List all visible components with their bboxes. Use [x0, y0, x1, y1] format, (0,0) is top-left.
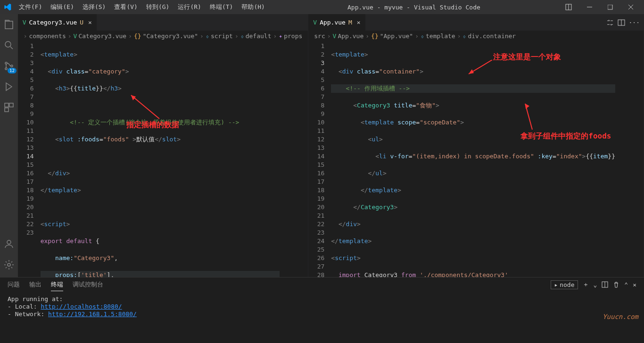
panel-tab-debug[interactable]: 调试控制台	[73, 278, 103, 291]
accounts-icon[interactable]	[2, 237, 16, 251]
svg-point-10	[11, 65, 13, 67]
menu-terminal[interactable]: 终端(T)	[206, 1, 237, 13]
more-icon[interactable]: ···	[629, 19, 640, 26]
search-icon[interactable]	[2, 39, 16, 52]
split-icon[interactable]	[618, 19, 625, 26]
source[interactable]: <template> <div class="container"> <!-- …	[331, 41, 615, 277]
tab-category3[interactable]: V Category3.vue U ×	[18, 14, 97, 31]
minimize-button[interactable]	[580, 0, 599, 14]
activity-bar: 12	[0, 14, 18, 277]
minimap-left[interactable]	[280, 41, 308, 277]
svg-rect-3	[608, 5, 612, 9]
tab-filename: Category3.vue	[29, 19, 77, 26]
vue-file-icon: V	[23, 19, 26, 26]
watermark: Yuucn.com	[603, 313, 638, 320]
maximize-button[interactable]	[601, 0, 619, 14]
source-control-icon[interactable]: 12	[2, 59, 16, 73]
svg-point-6	[5, 41, 11, 47]
trash-icon[interactable]	[613, 281, 619, 288]
close-button[interactable]	[621, 0, 640, 14]
gutter: 1234567891011121314151617181920212223	[18, 41, 41, 277]
terminal-output[interactable]: App running at: - Local: http://localhos…	[0, 292, 644, 343]
tab-filename: App.vue	[320, 19, 346, 26]
vue-file-icon: V	[313, 19, 317, 26]
menu-view[interactable]: 查看(V)	[110, 1, 141, 13]
settings-gear-icon[interactable]	[2, 258, 16, 271]
svg-rect-14	[5, 108, 8, 112]
menu-select[interactable]: 选择(S)	[79, 1, 109, 13]
extensions-icon[interactable]	[2, 101, 16, 114]
editor-left: V Category3.vue U × ›components ›V Categ…	[18, 14, 309, 277]
vscode-logo-icon	[4, 3, 11, 11]
git-status-u: U	[80, 19, 83, 26]
code-right[interactable]: 1234567891011121314151617181920212223242…	[308, 41, 644, 277]
compare-icon[interactable]	[606, 19, 614, 26]
bottom-panel: 问题 输出 终端 调试控制台 ▸node ＋ ⌄ ⌃ × App running…	[0, 277, 644, 343]
menu-help[interactable]: 帮助(H)	[238, 1, 268, 13]
svg-point-15	[7, 240, 11, 244]
explorer-icon[interactable]	[2, 18, 16, 31]
titlebar: 文件(F) 编辑(E) 选择(S) 查看(V) 转到(G) 运行(R) 终端(T…	[0, 0, 644, 14]
terminal-link-network[interactable]: http://192.168.1.5:8080/	[48, 310, 137, 318]
git-status-m: M	[348, 19, 352, 26]
terminal-link-local[interactable]: http://localhost:8080/	[41, 303, 122, 310]
editor-right: V App.vue M × ··· src ›V App.vue ›{} "Ap…	[308, 14, 644, 277]
main-menu: 文件(F) 编辑(E) 选择(S) 查看(V) 转到(G) 运行(R) 终端(T…	[15, 1, 269, 13]
svg-rect-12	[5, 103, 8, 107]
breadcrumbs-left[interactable]: ›components ›V Category3.vue ›{} "Catego…	[18, 31, 308, 41]
svg-point-8	[5, 62, 7, 64]
close-tab-icon[interactable]: ×	[357, 19, 361, 26]
split-terminal-icon[interactable]	[602, 281, 608, 288]
window-title: App.vue - myvue - Visual Studio Code	[269, 4, 559, 11]
maximize-panel-icon[interactable]: ⌃	[624, 281, 628, 288]
svg-point-9	[5, 68, 7, 70]
code-left[interactable]: 1234567891011121314151617181920212223 <t…	[18, 41, 308, 277]
panel-tab-problems[interactable]: 问题	[8, 278, 20, 291]
new-terminal-icon[interactable]: ＋	[583, 280, 589, 289]
close-tab-icon[interactable]: ×	[88, 19, 92, 26]
close-panel-icon[interactable]: ×	[633, 281, 636, 288]
scm-badge: 12	[8, 68, 17, 74]
tab-app[interactable]: V App.vue M ×	[308, 14, 365, 31]
menu-goto[interactable]: 转到(G)	[142, 1, 173, 13]
menu-edit[interactable]: 编辑(E)	[47, 1, 77, 13]
breadcrumbs-right[interactable]: src ›V App.vue ›{} "App.vue" ›⬨ template…	[308, 31, 644, 41]
svg-point-16	[8, 263, 10, 266]
chevron-down-icon[interactable]: ⌄	[594, 281, 597, 288]
panel-tab-terminal[interactable]: 终端	[51, 278, 63, 291]
source[interactable]: <template> <div class="category"> <h3>{{…	[41, 41, 280, 277]
menu-file[interactable]: 文件(F)	[15, 1, 46, 13]
bc-item: components	[29, 33, 66, 40]
tabs-right: V App.vue M × ···	[308, 14, 644, 31]
terminal-shell-select[interactable]: ▸node	[551, 280, 578, 289]
panel-tab-output[interactable]: 输出	[29, 278, 41, 291]
svg-marker-11	[6, 83, 12, 90]
svg-line-7	[10, 47, 13, 49]
svg-rect-13	[9, 103, 13, 107]
menu-run[interactable]: 运行(R)	[174, 1, 205, 13]
gutter: 1234567891011121314151617181920212223242…	[308, 41, 331, 277]
layout-icon[interactable]	[559, 0, 578, 14]
run-debug-icon[interactable]	[2, 80, 16, 93]
tabs-left: V Category3.vue U ×	[18, 14, 308, 31]
minimap-right[interactable]	[615, 41, 644, 277]
